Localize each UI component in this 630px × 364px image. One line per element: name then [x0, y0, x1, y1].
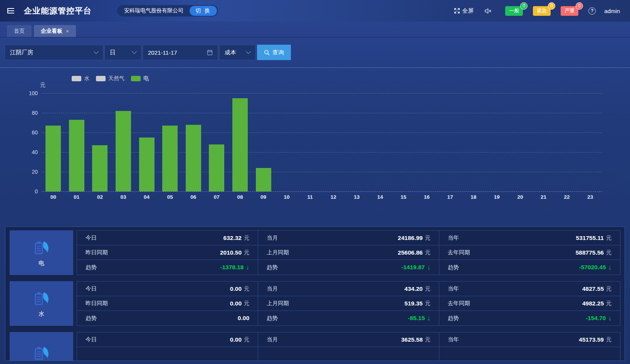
date-picker[interactable]: 2021-11-17 — [143, 45, 218, 60]
y-axis-tick: 80 — [12, 109, 38, 116]
mute-speaker-icon[interactable] — [484, 8, 492, 14]
alarm-urgent-button[interactable]: 紧急 0 — [533, 6, 551, 16]
stat-cell: 趋势0.00 — [77, 311, 258, 325]
stat-column-1: 今日0.00元昨日同期0.00元趋势0.00 — [77, 281, 258, 326]
user-menu[interactable]: admin — [604, 8, 620, 14]
stat-cell: 当月3625.58元 — [258, 332, 439, 347]
x-axis-label: 18 — [462, 194, 486, 200]
stat-cell-label: 今日 — [86, 234, 97, 242]
tab-home[interactable]: 首页 — [7, 25, 32, 37]
stat-cell: 当年45173.59元 — [439, 332, 620, 347]
energy-type-tile: 电 — [10, 230, 73, 275]
x-axis-label: 00 — [42, 194, 65, 200]
x-axis-label: 23 — [578, 194, 602, 200]
stat-column-3: 当年4827.55元去年同期4982.25元趋势-154.70↓ — [439, 281, 620, 326]
stat-cell-value: 2010.50 — [220, 249, 242, 256]
alarm-severe-button[interactable]: 严重 0 — [561, 6, 578, 16]
stat-cell: 今日632.32元 — [77, 231, 258, 245]
stat-cell-unit: 元 — [606, 300, 612, 307]
menu-fold-icon[interactable] — [6, 6, 15, 15]
fullscreen-button[interactable]: 全屏 — [454, 7, 474, 15]
stat-cell-label: 趋势 — [86, 315, 97, 322]
stat-cell-value: 531755.11 — [576, 235, 604, 242]
stat-cell: 去年同期588775.56元 — [439, 245, 620, 260]
alarm-normal-count-badge: 0 — [520, 2, 528, 10]
metric-select[interactable]: 成本 — [219, 45, 255, 60]
trend-down-icon: ↓ — [608, 315, 612, 322]
stat-cell: 今日0.00元 — [77, 282, 258, 296]
bar-08 — [232, 98, 248, 191]
stat-column-3: 当年531755.11元去年同期588775.56元趋势-57020.45↓ — [439, 230, 620, 275]
stat-cell-unit: 元 — [606, 285, 612, 292]
stat-cell-unit: 元 — [606, 336, 612, 343]
stat-cell-label: 趋势 — [448, 315, 459, 322]
energy-type-label: 水 — [39, 310, 44, 318]
site-select[interactable]: 江阴厂房 — [5, 45, 103, 60]
stat-cell — [77, 347, 258, 361]
stat-cell-value: 632.32 — [223, 235, 242, 242]
stat-cell-label: 趋势 — [448, 264, 459, 271]
stat-cell-value: -85.15 — [408, 315, 425, 322]
x-axis-label: 04 — [135, 194, 158, 200]
stat-column-2: 当月24186.99元上月同期25606.86元趋势-1419.87↓ — [258, 230, 439, 275]
x-axis-label: 08 — [228, 194, 252, 200]
x-axis-label: 13 — [345, 194, 369, 200]
legend-item-水[interactable]: 水 — [72, 75, 89, 82]
legend-swatch — [72, 76, 81, 81]
x-axis-label: 15 — [392, 194, 415, 200]
stat-cell-unit: 元 — [425, 285, 430, 292]
stat-cell-value: 0.00 — [238, 315, 249, 322]
y-axis-name: 元 — [12, 82, 45, 89]
energy-stats-panel: 电今日632.32元昨日同期2010.50元趋势-1378.18↓当月24186… — [5, 226, 625, 361]
bar-00 — [45, 126, 61, 191]
legend-item-天然气[interactable]: 天然气 — [96, 75, 124, 82]
bar-09 — [256, 168, 271, 191]
x-axis-label: 10 — [275, 194, 299, 200]
chevron-down-icon — [132, 49, 137, 54]
legend-swatch — [131, 76, 141, 81]
tab-close-icon[interactable]: × — [66, 28, 69, 34]
x-axis-label: 22 — [555, 194, 579, 200]
stat-cell: 昨日同期0.00元 — [77, 296, 258, 311]
x-axis-label: 03 — [112, 194, 135, 200]
legend-swatch — [96, 76, 106, 81]
search-button[interactable]: 查询 — [257, 45, 291, 60]
fullscreen-icon — [454, 8, 460, 14]
company-selector: 安科瑞电气股份有限公司 切 换 — [117, 5, 218, 17]
stat-cell-label: 去年同期 — [448, 249, 470, 256]
stat-cell-unit: 元 — [425, 235, 430, 242]
x-axis-label: 20 — [509, 194, 532, 200]
stat-cell: 当月434.20元 — [258, 282, 439, 296]
stat-cell-unit: 元 — [244, 249, 249, 256]
x-axis-label: 21 — [532, 194, 555, 200]
tab-enterprise-board[interactable]: 企业看板 × — [34, 25, 76, 37]
stat-cell-value: 45173.59 — [579, 336, 604, 343]
stat-card-水: 水今日0.00元昨日同期0.00元趋势0.00当月434.20元上月同期519.… — [10, 281, 620, 326]
stat-cell-value: 0.00 — [230, 300, 242, 307]
stat-cell: 上月同期25606.86元 — [258, 245, 439, 260]
chevron-down-icon — [246, 49, 251, 54]
stat-cell-value: -154.70 — [586, 315, 606, 322]
stat-cell-value: -1378.18 — [220, 264, 244, 271]
switch-company-button[interactable]: 切 换 — [190, 6, 217, 16]
help-icon[interactable]: ? — [588, 7, 596, 15]
x-axis-labels: 0001020304050607080910111213141516171819… — [42, 194, 602, 201]
stat-cell: 当年531755.11元 — [439, 231, 620, 245]
chart-plot-area — [42, 93, 602, 191]
stat-cell: 去年同期4982.25元 — [439, 296, 620, 311]
stat-card-3: 今日0.00元当月3625.58元当年45173.59元 — [10, 332, 620, 361]
stat-cell-unit: 元 — [244, 336, 249, 343]
stat-cell-label: 去年同期 — [448, 300, 470, 307]
filter-bar: 江阴厂房 日 2021-11-17 成本 查询 — [0, 37, 630, 68]
trend-down-icon: ↓ — [427, 315, 431, 322]
stat-cell-label: 当年 — [448, 234, 459, 242]
stat-cell-unit: 元 — [425, 300, 430, 307]
stat-cell-unit: 元 — [606, 235, 612, 242]
bar-01 — [69, 120, 84, 191]
bar-06 — [186, 125, 201, 191]
stat-card-电: 电今日632.32元昨日同期2010.50元趋势-1378.18↓当月24186… — [10, 230, 620, 275]
period-select[interactable]: 日 — [104, 45, 141, 60]
stat-cell: 趋势-1419.87↓ — [258, 260, 439, 275]
legend-item-电[interactable]: 电 — [131, 75, 149, 82]
alarm-normal-button[interactable]: 一般 0 — [505, 6, 523, 16]
